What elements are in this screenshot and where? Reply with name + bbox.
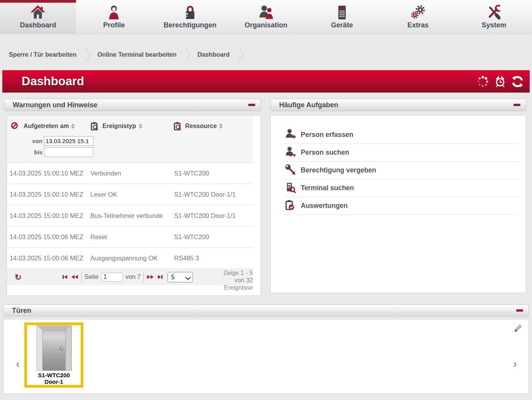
nav-item-extras[interactable]: Extras: [380, 0, 456, 34]
terminal-search-icon: [285, 182, 296, 195]
pager-controls: Seite von 7 5: [62, 272, 193, 282]
person-search-icon: [285, 146, 296, 159]
collapse-minus-icon[interactable]: [516, 309, 523, 312]
top-navigation: Dashboard Profile Berechtigungen: [0, 0, 532, 34]
warnings-column-header-row: Aufgetreten am Ereignistyp: [7, 122, 253, 131]
door-name: S1-WTC200 Door-1: [38, 372, 70, 385]
task-terminal-suchen[interactable]: Terminal suchen: [285, 179, 519, 197]
home-icon: [30, 4, 46, 21]
doors-panel-header: Türen: [3, 304, 529, 317]
nav-item-profile[interactable]: Profile: [76, 0, 152, 34]
people-icon: [258, 4, 274, 21]
nav-item-dashboard[interactable]: Dashboard: [0, 0, 76, 34]
task-berechtigung-vergeben[interactable]: Berechtigung vergeben: [285, 162, 519, 179]
doors-panel: Türen ‹ ›: [3, 304, 529, 394]
nav-label: System: [482, 21, 507, 29]
collapse-minus-icon[interactable]: [248, 104, 255, 106]
task-person-erfassen[interactable]: Person erfassen: [285, 126, 519, 144]
nav-label: Berechtigungen: [164, 21, 217, 29]
last-page-button[interactable]: [157, 274, 163, 280]
edit-pencil-icon[interactable]: [512, 324, 522, 336]
filter-from-input[interactable]: [44, 136, 93, 146]
table-row[interactable]: 14.03.2025 15:00:06 MEZ Reset S1-WTC200: [7, 226, 253, 247]
event-log-search-icon: [173, 122, 182, 131]
filter-from-row: von: [29, 136, 253, 146]
filter-from-label: von: [29, 138, 42, 144]
page-number-input[interactable]: [101, 273, 123, 282]
page-header: Dashboard: [2, 70, 530, 93]
event-log-search-icon: [90, 122, 99, 131]
breadcrumb-item[interactable]: Dashboard: [197, 51, 230, 58]
breadcrumb-item[interactable]: Online Terminal bearbeiten: [97, 51, 176, 58]
page-label: Seite: [85, 273, 98, 280]
warnings-panel: Warnungen und Hinweise Aufgetreten am: [4, 99, 261, 296]
pagination-bar: ↻ Seite von 7 5: [7, 269, 253, 285]
loading-spinner-icon: [476, 75, 489, 88]
nav-item-organisation[interactable]: Organisation: [228, 0, 304, 34]
table-row[interactable]: 14.03.2025 15:00:10 MEZ Bus-Teilnehmer v…: [7, 205, 253, 226]
person-icon: [106, 4, 122, 21]
breadcrumb: Sperre / Tür bearbeiten Online Terminal …: [9, 45, 532, 65]
sort-arrows-icon: [139, 123, 142, 129]
divider: [143, 272, 144, 282]
chevron-right-icon: [237, 46, 245, 64]
lock-icon: [182, 4, 198, 21]
chevron-right-icon: [183, 46, 192, 64]
person-add-icon: [285, 128, 296, 142]
severity-column-icon: [11, 122, 18, 131]
task-auswertungen[interactable]: Auswertungen: [285, 197, 519, 215]
warnings-panel-body: Aufgetreten am Ereignistyp: [7, 115, 261, 296]
task-person-suchen[interactable]: Person suchen: [285, 144, 519, 162]
filter-to-row: bis: [29, 147, 253, 157]
previous-page-button[interactable]: [71, 274, 79, 280]
tasks-panel-header: Häufige Aufgaben: [270, 99, 526, 111]
nav-item-geraete[interactable]: Geräte: [304, 0, 380, 34]
doors-panel-body: ‹ › S1-WTC200: [3, 319, 529, 394]
nav-label: Extras: [407, 21, 429, 29]
refresh-table-icon[interactable]: ↻: [15, 273, 22, 281]
column-header-event-type[interactable]: Ereignistyp: [90, 122, 142, 131]
refresh-icon[interactable]: [511, 75, 524, 88]
nav-label: Dashboard: [20, 21, 56, 29]
breadcrumb-item[interactable]: Sperre / Tür bearbeiten: [9, 51, 76, 58]
next-page-button[interactable]: [146, 274, 154, 280]
filter-to-input[interactable]: [44, 147, 93, 157]
gears-icon: [410, 4, 426, 21]
page-size-select-wrap: 5: [168, 272, 193, 282]
page-total-label: von 7: [125, 273, 141, 280]
column-header-occurred[interactable]: Aufgetreten am: [24, 123, 75, 130]
door-image: [36, 325, 73, 371]
filter-to-label: bis: [29, 149, 42, 155]
column-header-resource[interactable]: Ressource: [173, 122, 223, 131]
sort-arrows-icon: [71, 123, 75, 129]
alarm-clock-icon[interactable]: [494, 75, 506, 88]
table-row[interactable]: 14.03.2025 15:00:10 MEZ Leser OK S1-WTC2…: [7, 184, 253, 205]
main-content: Warnungen und Hinweise Aufgetreten am: [0, 93, 532, 296]
nav-label: Profile: [103, 21, 125, 29]
table-row[interactable]: 14.03.2025 15:00:06 MEZ Ausgangsspannung…: [7, 247, 253, 268]
warnings-panel-title: Warnungen und Hinweise: [13, 101, 97, 109]
tasks-panel: Häufige Aufgaben Person erfassen: [270, 99, 526, 293]
carousel-right-icon[interactable]: ›: [513, 358, 517, 370]
nav-item-system[interactable]: System: [456, 0, 532, 34]
table-row[interactable]: 14.03.2025 15:00:10 MEZ Verbunden S1-WTC…: [7, 162, 253, 184]
nav-label: Geräte: [331, 21, 353, 29]
page-title: Dashboard: [22, 74, 84, 88]
warnings-filter-area: Aufgetreten am Ereignistyp: [7, 115, 253, 162]
nav-item-berechtigungen[interactable]: Berechtigungen: [152, 0, 228, 34]
carousel-left-icon[interactable]: ‹: [16, 358, 20, 370]
nav-label: Organisation: [245, 21, 288, 29]
tools-icon: [486, 4, 502, 21]
chevron-right-icon: [83, 46, 92, 64]
terminal-icon: [334, 4, 350, 21]
pagination-summary: Zeige 1 - 5 von 32 Ereignisse: [224, 269, 253, 291]
warnings-panel-header: Warnungen und Hinweise: [4, 99, 261, 111]
collapse-minus-icon[interactable]: [513, 104, 520, 106]
first-page-button[interactable]: [62, 274, 68, 280]
door-tile-selected[interactable]: S1-WTC200 Door-1: [24, 322, 83, 388]
tasks-panel-body: Person erfassen Person suchen: [270, 115, 526, 293]
doors-panel-title: Türen: [12, 307, 31, 315]
page-header-icons: [476, 75, 524, 88]
page-size-select[interactable]: 5: [168, 272, 193, 282]
divider: [81, 272, 82, 282]
